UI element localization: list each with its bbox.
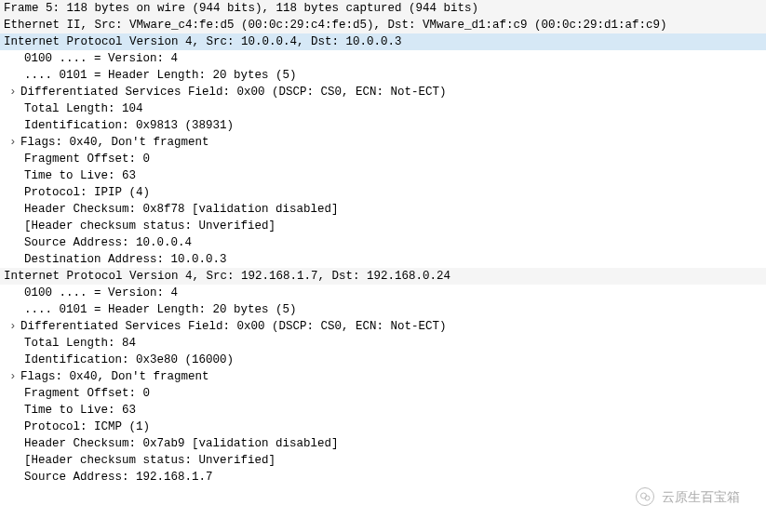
- watermark-text: 云原生百宝箱: [662, 488, 740, 505]
- ipv4-inner-src-addr[interactable]: Source Address: 192.168.1.7: [0, 469, 766, 485]
- ipv4-outer-dst-addr[interactable]: Destination Address: 10.0.0.3: [0, 251, 766, 268]
- ipv4-outer-ttl[interactable]: Time to Live: 63: [0, 167, 766, 184]
- ipv4-inner-checksum[interactable]: Header Checksum: 0x7ab9 [validation disa…: [0, 435, 766, 452]
- ipv4-inner-fragment-offset[interactable]: Fragment Offset: 0: [0, 385, 766, 402]
- ipv4-outer-checksum-status[interactable]: [Header checksum status: Unverified]: [0, 218, 766, 234]
- ipv4-inner-flags[interactable]: ›Flags: 0x40, Don't fragment: [0, 368, 766, 385]
- wechat-icon: [636, 487, 654, 506]
- ipv4-inner-protocol[interactable]: Protocol: ICMP (1): [0, 419, 766, 435]
- svg-point-0: [641, 493, 647, 499]
- ipv4-outer-identification[interactable]: Identification: 0x9813 (38931): [0, 117, 766, 134]
- ipv4-inner-dsf[interactable]: ›Differentiated Services Field: 0x00 (DS…: [0, 318, 766, 335]
- ipv4-inner-header-length[interactable]: .... 0101 = Header Length: 20 bytes (5): [0, 301, 766, 318]
- expander-icon[interactable]: ›: [9, 84, 20, 100]
- ipv4-outer-header[interactable]: Internet Protocol Version 4, Src: 10.0.0…: [0, 33, 766, 50]
- watermark: 云原生百宝箱: [636, 487, 740, 506]
- expander-icon[interactable]: ›: [9, 318, 20, 335]
- ipv4-outer-total-length[interactable]: Total Length: 104: [0, 100, 766, 117]
- ipv4-outer-src-addr[interactable]: Source Address: 10.0.0.4: [0, 234, 766, 251]
- ipv4-outer-protocol[interactable]: Protocol: IPIP (4): [0, 184, 766, 201]
- frame-summary[interactable]: Frame 5: 118 bytes on wire (944 bits), 1…: [0, 0, 766, 17]
- ipv4-inner-header[interactable]: Internet Protocol Version 4, Src: 192.16…: [0, 268, 766, 285]
- ipv4-inner-version[interactable]: 0100 .... = Version: 4: [0, 285, 766, 301]
- ipv4-inner-dsf-label: Differentiated Services Field: 0x00 (DSC…: [20, 320, 447, 333]
- ipv4-outer-fragment-offset[interactable]: Fragment Offset: 0: [0, 151, 766, 167]
- ipv4-inner-ttl[interactable]: Time to Live: 63: [0, 402, 766, 419]
- ipv4-outer-flags[interactable]: ›Flags: 0x40, Don't fragment: [0, 134, 766, 151]
- ipv4-outer-dsf[interactable]: ›Differentiated Services Field: 0x00 (DS…: [0, 84, 766, 100]
- ipv4-outer-checksum[interactable]: Header Checksum: 0x8f78 [validation disa…: [0, 201, 766, 218]
- ipv4-inner-checksum-status[interactable]: [Header checksum status: Unverified]: [0, 452, 766, 469]
- ipv4-outer-header-length[interactable]: .... 0101 = Header Length: 20 bytes (5): [0, 67, 766, 84]
- expander-icon[interactable]: ›: [9, 368, 20, 385]
- ipv4-inner-identification[interactable]: Identification: 0x3e80 (16000): [0, 352, 766, 368]
- ipv4-inner-flags-label: Flags: 0x40, Don't fragment: [20, 370, 209, 383]
- ipv4-inner-total-length[interactable]: Total Length: 84: [0, 335, 766, 352]
- ethernet-summary[interactable]: Ethernet II, Src: VMware_c4:fe:d5 (00:0c…: [0, 17, 766, 33]
- ipv4-outer-version[interactable]: 0100 .... = Version: 4: [0, 50, 766, 67]
- ipv4-outer-dsf-label: Differentiated Services Field: 0x00 (DSC…: [20, 86, 447, 99]
- expander-icon[interactable]: ›: [9, 134, 20, 151]
- ipv4-outer-flags-label: Flags: 0x40, Don't fragment: [20, 136, 209, 149]
